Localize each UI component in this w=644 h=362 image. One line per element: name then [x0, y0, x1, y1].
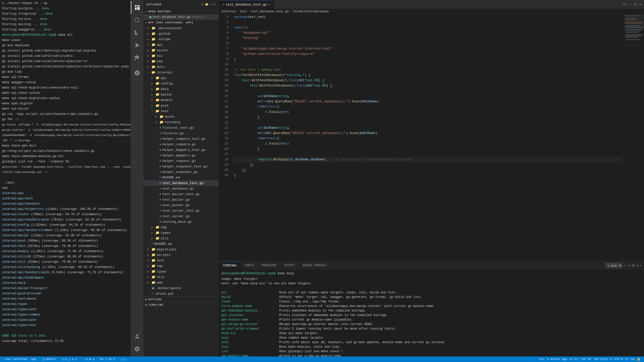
tree-item-helper-mappers-test-go[interactable]: ▶ ● helper_mappers_test.go [143, 147, 219, 153]
status-remote[interactable]: ⚡ Dev Container: app [3, 356, 37, 362]
status-position[interactable]: Ln 27, Col 50 [569, 356, 592, 362]
explorer-activity-item[interactable] [131, 1, 143, 14]
tab-test-database-test[interactable]: ● test_database_test.go ✕ [219, 0, 274, 9]
open-editor-item-test-database-test[interactable]: test_database_test.go intern... ✕ [143, 14, 219, 20]
timeline-section[interactable]: ▶ TIMELINE [143, 302, 219, 307]
status-go-version[interactable]: Go 1.16.3 [99, 356, 116, 362]
tree-item-github[interactable]: ▶ 📁 .github [143, 31, 219, 36]
run-activity-item[interactable] [131, 39, 143, 52]
tree-item-fixtures-test-go[interactable]: ▶ ● fixtures_test.go [143, 125, 219, 130]
extensions-activity-item[interactable] [131, 52, 143, 64]
status-branch[interactable]: ⎇ master [41, 356, 57, 362]
tree-item-fixtures-go[interactable]: ▶ ● fixtures.go [143, 130, 219, 136]
tree-item-internal[interactable]: ▾ 📂 internal [143, 70, 219, 75]
code-content[interactable]: package test_test import ( "database/sql… [231, 14, 624, 261]
status-sync[interactable]: ↻ 0 △ 0 ▽ [61, 356, 78, 362]
tree-item-tmp[interactable]: ▶ 📁 tmp [143, 263, 219, 269]
left-terminal-content[interactable]: $ ./docker-helper.sh --up Starting postg… [0, 0, 131, 356]
status-language[interactable]: Go [630, 356, 635, 362]
tree-item-test-mailer-go[interactable]: ▶ ● test_mailer.go [143, 197, 219, 202]
tree-item-helper-snapshot-go[interactable]: ▶ ● helper_snapshot.go [143, 169, 219, 175]
terminal-selector[interactable]: 1: bash [606, 263, 622, 268]
maximize-terminal-icon[interactable]: ▲ [636, 264, 638, 267]
split-editor-icon[interactable]: ⊟ [623, 2, 625, 7]
tree-item-scripts[interactable]: ▶ 📁 scripts [143, 252, 219, 258]
tree-item-test-database-go[interactable]: ▶ ● test_database.go [143, 186, 219, 191]
tree-item-test-database-test-go[interactable]: ▶ ● test_database_test.go [143, 180, 219, 186]
search-activity-item[interactable] [131, 14, 143, 26]
tree-item-types[interactable]: ▶ 📁 types [143, 269, 219, 274]
tab-close-button[interactable]: ✕ [268, 3, 270, 7]
breadcrumb-test[interactable]: test [240, 10, 247, 13]
tree-item-internal-tmp[interactable]: ▶ 📁 tmp [143, 224, 219, 230]
close-panel-icon[interactable]: ✕ [640, 2, 642, 7]
breadcrumb-internal[interactable]: internal [221, 10, 236, 13]
tree-item-web[interactable]: ▶ 📁 web [143, 280, 219, 285]
tree-item-assets[interactable]: ▶ 📁 assets [143, 48, 219, 53]
tree-item-readme-md[interactable]: ▶ M README.md [143, 175, 219, 180]
close-terminal-icon[interactable]: ✕ [640, 264, 641, 267]
status-tab-size[interactable]: Tab Size: 4 [593, 356, 613, 362]
minimize-icon[interactable]: ⊟ [634, 2, 636, 7]
tree-item-vscode[interactable]: ▶ 📁 .vscode [143, 36, 219, 42]
open-editors-section[interactable]: ▾ Open Editors [143, 9, 219, 14]
status-encoding[interactable]: UTF-8 [614, 356, 624, 362]
tree-item-docs[interactable]: ▶ 📁 docs [143, 64, 219, 70]
tree-item-helper-mappers-go[interactable]: ▶ ● helper_mappers.go [143, 153, 219, 158]
tab-ports[interactable]: PORTS [241, 261, 258, 270]
tree-item-dockerignore[interactable]: ▶ 🐳 .dockerignore [143, 285, 219, 291]
new-terminal-icon[interactable]: ＋ [624, 263, 627, 268]
tree-item-test-pusher-go[interactable]: ▶ ● test_pusher.go [143, 202, 219, 208]
status-git-blame[interactable]: You, 8 months ago [538, 356, 568, 362]
breadcrumb-filename[interactable]: test_database_test.go [251, 10, 289, 13]
tab-output[interactable]: OUTPUT [280, 261, 299, 270]
refresh-icon[interactable]: ↻ [210, 3, 212, 6]
remote-activity-item[interactable] [131, 67, 143, 79]
breadcrumb-function[interactable]: TestWithTestDatabase [293, 10, 329, 13]
app-folder-header[interactable]: ▾ APP [DEV CONTAINER: APP] [143, 20, 219, 25]
tree-item-internal-util[interactable]: ▶ 📁 util [143, 236, 219, 241]
status-test-count[interactable]: ◯ 1 [120, 356, 127, 362]
maximize-icon[interactable]: □ [637, 3, 639, 7]
tree-item-test[interactable]: ▶ 📁 test [143, 258, 219, 263]
tree-item-test-mailer-test-go[interactable]: ▶ ● test_mailer_test.go [143, 191, 219, 197]
tree-item-drone-yml[interactable]: ▶ Y .drone.yml [143, 291, 219, 296]
status-errors[interactable]: ⚠ 0 ✖ 0 [82, 356, 95, 362]
tree-item-internal-models[interactable]: ▶ 📁 models [143, 97, 219, 103]
status-eol[interactable]: LF [624, 356, 630, 362]
tree-item-helper-compare-test-go[interactable]: ▶ ● helper_compare_test.go [143, 136, 219, 142]
tree-item-mocks[interactable]: ▶ 📁 mocks [143, 114, 219, 119]
source-control-activity-item[interactable] [131, 26, 143, 39]
new-folder-icon[interactable]: 📁 [205, 3, 209, 6]
tab-problems[interactable]: PROBLEMS [258, 261, 280, 270]
more-actions-icon[interactable]: ··· [626, 3, 633, 7]
outline-section[interactable]: ▶ OUTLINE [143, 296, 219, 302]
new-file-icon[interactable]: ⊕ [202, 3, 204, 6]
tree-item-internal-push[interactable]: ▶ 📁 push [143, 103, 219, 108]
tree-item-testdata[interactable]: ▶ 📁 testdata [143, 119, 219, 125]
tree-item-readme[interactable]: ▶ M README.md [143, 241, 219, 247]
accounts-activity-item[interactable] [131, 330, 143, 343]
tree-item-testing-mock-go[interactable]: ▶ ● testing_mock.go [143, 219, 219, 224]
split-terminal-icon[interactable]: ⊟ [628, 264, 630, 267]
status-notifications[interactable]: 🔔 [636, 356, 641, 362]
tree-item-test-server-test-go[interactable]: ▶ ● test_server_test.go [143, 208, 219, 213]
tree-item-devcontainer[interactable]: ▶ 📁 .devcontainer [143, 25, 219, 31]
tree-item-internal-data[interactable]: ▶ 📁 data [143, 86, 219, 92]
tree-item-internal-api[interactable]: ▶ 📁 api [143, 75, 219, 81]
terminal-content[interactable]: development@07826d929ca5:/app$ make help… [219, 270, 644, 356]
tree-item-internal-config[interactable]: ▶ 📁 config [143, 81, 219, 86]
trash-terminal-icon[interactable]: 🗑 [632, 264, 635, 267]
tree-item-bin[interactable]: ▶ 📁 bin [143, 53, 219, 59]
tree-item-migrations[interactable]: ▶ 📁 migrations [143, 247, 219, 252]
tree-item-api[interactable]: ▶ 📁 api [143, 42, 219, 48]
tab-terminal[interactable]: TERMINAL [219, 261, 241, 270]
tree-item-internal-mailer[interactable]: ▶ 📁 mailer [143, 92, 219, 97]
tree-item-test-server-go[interactable]: ▶ ● test_server.go [143, 213, 219, 219]
tree-item-internal-types[interactable]: ▶ 📁 types [143, 230, 219, 236]
tree-item-cmd[interactable]: ▶ 📁 cmd [143, 59, 219, 64]
tab-debug-console[interactable]: DEBUG CONSOLE [299, 261, 330, 270]
tree-item-helper-compare-go[interactable]: ▶ ● helper_compare.go [143, 142, 219, 147]
code-editor[interactable]: 12345 678910 1112131415 1617181920 21222… [219, 14, 644, 261]
settings-activity-item[interactable] [131, 343, 143, 355]
